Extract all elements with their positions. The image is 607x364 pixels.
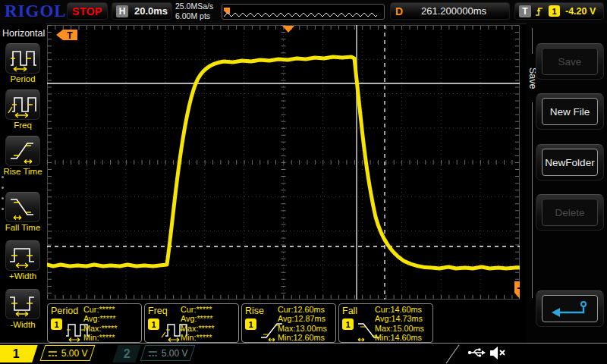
usb-icon: [467, 346, 486, 359]
channel1-label: 1: [13, 347, 20, 361]
trigger-box: T 1 -4.20 V: [514, 2, 604, 20]
measurement-box-fall: Fall 1 Cur:14.60ms Avg:14.73ms Max:15.00…: [338, 303, 433, 343]
rise-time-icon: [5, 136, 40, 166]
channel2-tab[interactable]: 2: [112, 345, 140, 362]
trigger-source-badge: 1: [549, 5, 560, 17]
return-arrow-icon: [549, 300, 591, 318]
scroll-indicator-dot: [2, 176, 4, 178]
rigol-logo: RIGOL: [5, 2, 67, 21]
fall-time-icon: [5, 192, 40, 222]
measurement-box-freq: Freq 1 Cur:***** Avg:***** Max:***** Min…: [144, 303, 239, 343]
measurement-stats: Cur:***** Avg:***** Max:***** Min:*****: [181, 305, 236, 342]
source-badge: 1: [245, 318, 256, 330]
menu-item-period[interactable]: Period: [0, 43, 46, 83]
softkey-new-file[interactable]: New File: [536, 93, 604, 130]
channel1-scale: 5.00 V: [61, 348, 88, 359]
menu-item-freq[interactable]: Freq: [0, 89, 46, 130]
measurement-stats: Cur:***** Avg:***** Max:***** Min:*****: [83, 305, 139, 342]
speaker-muted-icon: [489, 346, 506, 360]
d-label: D: [395, 5, 403, 17]
menu-item-rise-time[interactable]: Rise Time: [0, 136, 46, 176]
measurement-name: Period: [51, 306, 78, 316]
svg-text:T: T: [67, 30, 73, 41]
measurement-stats: Cur:12.60ms Avg:12.87ms Max:13.00ms Min:…: [278, 305, 333, 342]
freq-icon: [5, 89, 40, 120]
scroll-indicator-dot: [2, 197, 4, 199]
acquisition-info: 25.0MSa/s 6.00M pts: [175, 2, 213, 21]
measurement-name: Freq: [148, 306, 168, 316]
svg-text:T: T: [516, 286, 520, 291]
source-badge: 1: [51, 318, 62, 330]
t-label: T: [519, 5, 531, 17]
menu-title: Horizontal: [2, 28, 45, 39]
rising-edge-icon: [535, 5, 545, 17]
trigger-level-value: -4.20 V: [565, 6, 596, 17]
measurement-name: Rise: [245, 306, 264, 316]
delay-box: D 261.200000ms: [390, 2, 510, 20]
menu-item-fall-time[interactable]: Fall Time: [0, 192, 46, 232]
menu-item-plus-width[interactable]: +Width: [0, 240, 46, 281]
measurement-box-period: Period 1 Cur:***** Avg:***** Max:***** M…: [47, 303, 142, 343]
delay-value: 261.200000ms: [403, 5, 505, 17]
h-label: H: [116, 5, 128, 17]
memory-depth: 6.00M pts: [175, 11, 213, 21]
channel1-tab[interactable]: 1: [0, 345, 38, 362]
top-status-bar: RIGOL STOP H 20.0ms 25.0MSa/s 6.00M pts …: [0, 0, 607, 24]
measurement-name: Fall: [342, 306, 357, 316]
preview-position-marker: [224, 8, 230, 14]
softkey-back[interactable]: [536, 290, 604, 327]
channel2-label: 2: [124, 347, 131, 361]
left-function-menu: Horizontal Period Freq: [0, 24, 46, 344]
horizontal-timebase-box: H 20.0ms: [112, 2, 172, 20]
softkey-delete[interactable]: Delete: [536, 194, 604, 231]
channel1-scale-box[interactable]: 5.00 V: [40, 345, 96, 361]
minus-width-icon: [5, 289, 40, 319]
period-icon: [5, 43, 40, 74]
oscilloscope-screen: RIGOL STOP H 20.0ms 25.0MSa/s 6.00M pts …: [0, 0, 607, 364]
memory-waveform-preview[interactable]: [222, 4, 385, 20]
source-badge: 1: [148, 318, 159, 330]
softkey-new-folder[interactable]: NewFolder: [536, 144, 604, 180]
source-badge: 1: [342, 318, 354, 330]
channel2-scale: 5.00 V: [162, 348, 188, 359]
dc-coupling-icon: [48, 349, 58, 357]
preview-waveform: [222, 5, 384, 19]
run-state-indicator[interactable]: STOP: [67, 2, 108, 20]
dc-coupling-icon: [148, 349, 158, 357]
measurement-stats: Cur:14.60ms Avg:14.73ms Max:15.00ms Min:…: [375, 305, 430, 342]
plus-width-icon: [5, 240, 40, 271]
scroll-indicator-dot: [2, 187, 4, 189]
scroll-indicator-dot: [2, 208, 4, 210]
channel-bar-separator: [0, 343, 607, 344]
sample-rate: 25.0MSa/s: [175, 2, 213, 11]
menu-item-minus-width[interactable]: -Width: [0, 289, 46, 329]
right-soft-menu: Save Save New File NewFolder Delete: [527, 24, 607, 344]
softkey-save[interactable]: Save: [536, 43, 604, 80]
channel2-scale-box[interactable]: 5.00 V: [140, 345, 196, 361]
waveform-display: T T: [47, 25, 520, 300]
status-bar-divider: [445, 344, 459, 363]
measurement-box-rise: Rise 1 Cur:12.60ms Avg:12.87ms Max:13.00…: [241, 303, 336, 343]
timebase-value: 20.0ms: [134, 5, 168, 17]
